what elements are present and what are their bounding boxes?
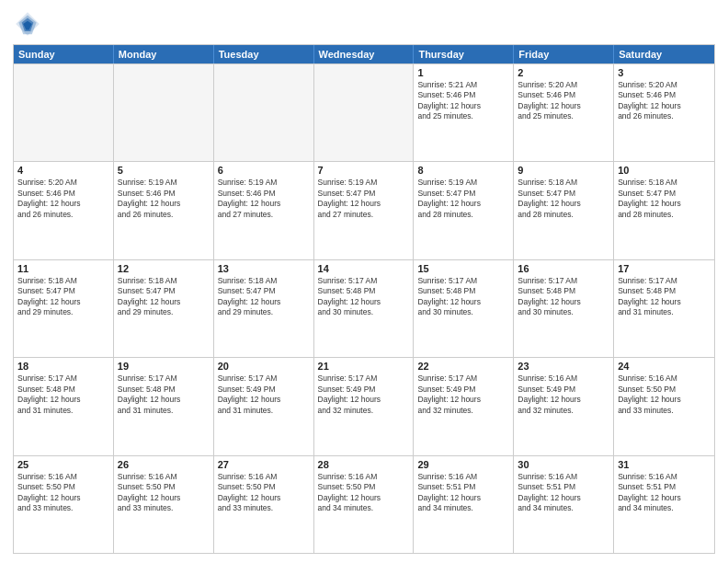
calendar-cell-day-20: 20Sunrise: 5:17 AMSunset: 5:49 PMDayligh… (214, 358, 314, 454)
day-number: 21 (318, 361, 410, 372)
day-info: Sunrise: 5:17 AMSunset: 5:48 PMDaylight:… (518, 276, 609, 318)
calendar-cell-day-25: 25Sunrise: 5:16 AMSunset: 5:50 PMDayligh… (14, 456, 114, 553)
calendar-cell-day-7: 7Sunrise: 5:19 AMSunset: 5:47 PMDaylight… (314, 162, 415, 259)
day-info: Sunrise: 5:17 AMSunset: 5:49 PMDaylight:… (318, 373, 410, 416)
calendar-cell-day-30: 30Sunrise: 5:16 AMSunset: 5:51 PMDayligh… (514, 456, 614, 553)
calendar-cell-day-27: 27Sunrise: 5:16 AMSunset: 5:50 PMDayligh… (214, 456, 314, 553)
day-number: 20 (218, 361, 310, 372)
calendar-cell-day-17: 17Sunrise: 5:17 AMSunset: 5:48 PMDayligh… (614, 260, 714, 357)
day-info: Sunrise: 5:20 AMSunset: 5:46 PMDaylight:… (17, 178, 109, 220)
day-number: 3 (618, 67, 711, 78)
day-info: Sunrise: 5:20 AMSunset: 5:46 PMDaylight:… (518, 80, 609, 122)
day-info: Sunrise: 5:16 AMSunset: 5:51 PMDaylight:… (518, 472, 609, 514)
day-number: 29 (417, 459, 509, 470)
calendar-cell-day-11: 11Sunrise: 5:18 AMSunset: 5:47 PMDayligh… (14, 260, 114, 357)
calendar-cell-day-18: 18Sunrise: 5:17 AMSunset: 5:48 PMDayligh… (14, 358, 114, 454)
calendar-row-3: 18Sunrise: 5:17 AMSunset: 5:48 PMDayligh… (14, 357, 714, 454)
day-number: 30 (518, 459, 609, 470)
day-number: 6 (218, 165, 310, 176)
day-number: 8 (417, 165, 509, 176)
calendar-cell-day-8: 8Sunrise: 5:19 AMSunset: 5:47 PMDaylight… (414, 162, 514, 259)
day-info: Sunrise: 5:19 AMSunset: 5:47 PMDaylight:… (318, 178, 410, 220)
day-info: Sunrise: 5:16 AMSunset: 5:51 PMDaylight:… (417, 472, 509, 514)
day-number: 28 (318, 459, 410, 470)
day-info: Sunrise: 5:16 AMSunset: 5:51 PMDaylight:… (618, 472, 711, 514)
calendar-cell-day-22: 22Sunrise: 5:17 AMSunset: 5:49 PMDayligh… (414, 358, 514, 454)
calendar: SundayMondayTuesdayWednesdayThursdayFrid… (13, 44, 715, 554)
logo (13, 9, 46, 39)
day-info: Sunrise: 5:16 AMSunset: 5:50 PMDaylight:… (618, 373, 711, 416)
day-number: 12 (118, 263, 210, 274)
day-info: Sunrise: 5:17 AMSunset: 5:48 PMDaylight:… (618, 276, 711, 318)
day-info: Sunrise: 5:18 AMSunset: 5:47 PMDaylight:… (618, 178, 711, 220)
calendar-cell-day-23: 23Sunrise: 5:16 AMSunset: 5:49 PMDayligh… (514, 358, 614, 454)
day-info: Sunrise: 5:19 AMSunset: 5:46 PMDaylight:… (218, 178, 310, 220)
day-number: 17 (618, 263, 711, 274)
day-number: 22 (417, 361, 509, 372)
calendar-cell-day-26: 26Sunrise: 5:16 AMSunset: 5:50 PMDayligh… (114, 456, 214, 553)
calendar-cell-day-14: 14Sunrise: 5:17 AMSunset: 5:48 PMDayligh… (314, 260, 415, 357)
header-day-sunday: Sunday (14, 45, 114, 63)
calendar-cell-day-19: 19Sunrise: 5:17 AMSunset: 5:48 PMDayligh… (114, 358, 214, 454)
calendar-cell-day-12: 12Sunrise: 5:18 AMSunset: 5:47 PMDayligh… (114, 260, 214, 357)
day-info: Sunrise: 5:18 AMSunset: 5:47 PMDaylight:… (218, 276, 310, 318)
calendar-cell-day-2: 2Sunrise: 5:20 AMSunset: 5:46 PMDaylight… (514, 64, 614, 161)
calendar-cell-empty (14, 64, 114, 161)
day-number: 27 (218, 459, 310, 470)
calendar-cell-empty (114, 64, 214, 161)
day-number: 7 (318, 165, 410, 176)
calendar-cell-day-6: 6Sunrise: 5:19 AMSunset: 5:46 PMDaylight… (214, 162, 314, 259)
day-number: 25 (17, 459, 109, 470)
calendar-cell-day-4: 4Sunrise: 5:20 AMSunset: 5:46 PMDaylight… (14, 162, 114, 259)
calendar-cell-day-3: 3Sunrise: 5:20 AMSunset: 5:46 PMDaylight… (614, 64, 714, 161)
day-number: 10 (618, 165, 711, 176)
day-info: Sunrise: 5:17 AMSunset: 5:49 PMDaylight:… (218, 373, 310, 416)
day-number: 9 (518, 165, 609, 176)
day-info: Sunrise: 5:21 AMSunset: 5:46 PMDaylight:… (417, 80, 509, 122)
calendar-cell-empty (314, 64, 415, 161)
header-day-wednesday: Wednesday (314, 45, 415, 63)
day-info: Sunrise: 5:16 AMSunset: 5:50 PMDaylight:… (318, 472, 410, 514)
day-number: 18 (17, 361, 109, 372)
calendar-row-0: 1Sunrise: 5:21 AMSunset: 5:46 PMDaylight… (14, 63, 714, 161)
day-info: Sunrise: 5:16 AMSunset: 5:49 PMDaylight:… (518, 373, 609, 416)
calendar-cell-day-15: 15Sunrise: 5:17 AMSunset: 5:48 PMDayligh… (414, 260, 514, 357)
calendar-cell-day-9: 9Sunrise: 5:18 AMSunset: 5:47 PMDaylight… (514, 162, 614, 259)
header-day-friday: Friday (514, 45, 614, 63)
calendar-cell-day-29: 29Sunrise: 5:16 AMSunset: 5:51 PMDayligh… (414, 456, 514, 553)
day-info: Sunrise: 5:19 AMSunset: 5:46 PMDaylight:… (118, 178, 210, 220)
day-info: Sunrise: 5:17 AMSunset: 5:48 PMDaylight:… (17, 373, 109, 416)
day-number: 23 (518, 361, 609, 372)
calendar-cell-empty (214, 64, 314, 161)
header-day-saturday: Saturday (614, 45, 714, 63)
day-info: Sunrise: 5:18 AMSunset: 5:47 PMDaylight:… (518, 178, 609, 220)
day-number: 13 (218, 263, 310, 274)
day-info: Sunrise: 5:17 AMSunset: 5:48 PMDaylight:… (417, 276, 509, 318)
calendar-cell-day-10: 10Sunrise: 5:18 AMSunset: 5:47 PMDayligh… (614, 162, 714, 259)
day-info: Sunrise: 5:17 AMSunset: 5:48 PMDaylight:… (318, 276, 410, 318)
header-day-monday: Monday (114, 45, 214, 63)
day-number: 19 (118, 361, 210, 372)
day-number: 11 (17, 263, 109, 274)
day-number: 24 (618, 361, 711, 372)
day-number: 4 (17, 165, 109, 176)
day-info: Sunrise: 5:19 AMSunset: 5:47 PMDaylight:… (417, 178, 509, 220)
day-info: Sunrise: 5:16 AMSunset: 5:50 PMDaylight:… (17, 472, 109, 514)
day-info: Sunrise: 5:18 AMSunset: 5:47 PMDaylight:… (118, 276, 210, 318)
day-number: 15 (417, 263, 509, 274)
day-info: Sunrise: 5:16 AMSunset: 5:50 PMDaylight:… (218, 472, 310, 514)
calendar-cell-day-31: 31Sunrise: 5:16 AMSunset: 5:51 PMDayligh… (614, 456, 714, 553)
calendar-header: SundayMondayTuesdayWednesdayThursdayFrid… (14, 45, 714, 63)
day-number: 5 (118, 165, 210, 176)
header-day-tuesday: Tuesday (214, 45, 314, 63)
day-number: 31 (618, 459, 711, 470)
calendar-row-1: 4Sunrise: 5:20 AMSunset: 5:46 PMDaylight… (14, 161, 714, 259)
day-info: Sunrise: 5:17 AMSunset: 5:48 PMDaylight:… (118, 373, 210, 416)
header-day-thursday: Thursday (414, 45, 514, 63)
calendar-cell-day-1: 1Sunrise: 5:21 AMSunset: 5:46 PMDaylight… (414, 64, 514, 161)
calendar-cell-day-28: 28Sunrise: 5:16 AMSunset: 5:50 PMDayligh… (314, 456, 415, 553)
calendar-cell-day-13: 13Sunrise: 5:18 AMSunset: 5:47 PMDayligh… (214, 260, 314, 357)
day-number: 16 (518, 263, 609, 274)
day-number: 26 (118, 459, 210, 470)
logo-icon (13, 9, 42, 39)
